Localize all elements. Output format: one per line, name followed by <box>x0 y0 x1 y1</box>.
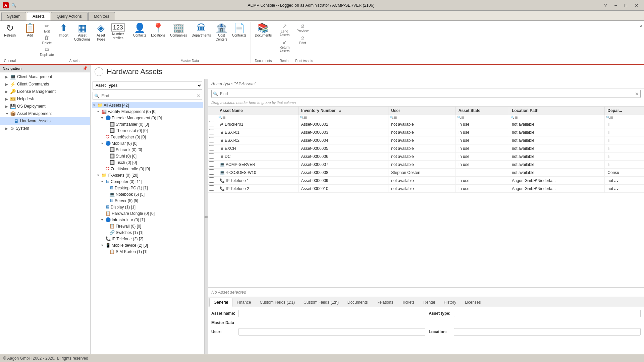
documents-button[interactable]: 📚 Documents <box>253 22 274 39</box>
col-inventory-number[interactable]: Inventory Number ▲ <box>298 107 388 115</box>
help-button[interactable]: ? <box>602 2 610 9</box>
import-button[interactable]: ⬆ Import <box>56 22 71 39</box>
tree-item-hardware-dongle[interactable]: 📋 Hardware Dongle (0) [0] <box>92 210 203 217</box>
duplicate-button[interactable]: ⧉ Duplicate <box>39 46 55 57</box>
tree-item-feuerlöscher[interactable]: 🛡 Feuerlöscher (0) [0] <box>92 134 203 140</box>
detail-tab-documents[interactable]: Documents <box>343 298 372 307</box>
detail-tab-general[interactable]: General <box>209 298 232 307</box>
tree-item-facility-mgmt[interactable]: ▼ 🏭 Facility Management (0) [0] <box>92 108 203 115</box>
table-row[interactable]: 💻ACMP-SERVER Asset-0000007 not available… <box>208 161 644 169</box>
row-checkbox[interactable] <box>209 121 214 126</box>
tree-item-switches[interactable]: 🔗 Switches (1) [1] <box>92 229 203 236</box>
asset-types-button[interactable]: ◈ Asset Types <box>93 22 109 43</box>
detail-tab-tickets[interactable]: Tickets <box>398 298 419 307</box>
back-button[interactable]: ← <box>95 67 103 76</box>
splitter[interactable]: ◀▶ <box>205 79 208 354</box>
tree-item-notebook[interactable]: 💻 Notebook (5) [5] <box>92 191 203 197</box>
detail-tab-finance[interactable]: Finance <box>232 298 256 307</box>
row-checkbox[interactable] <box>209 177 214 183</box>
edit-button[interactable]: ✏ Edit <box>39 22 55 34</box>
tab-monitors[interactable]: Monitors <box>88 12 115 20</box>
tree-item-schrank[interactable]: 🔲 Schrank (0) [0] <box>92 146 203 153</box>
tree-item-mobile-device[interactable]: ▼ 📱 Mobile device (2) [3] <box>92 242 203 248</box>
delete-button[interactable]: 🗑 Delete <box>39 34 55 46</box>
contracts-button[interactable]: 📄 Contracts <box>230 22 249 39</box>
asset-collections-button[interactable]: ▦ Asset Collections <box>72 22 93 43</box>
table-row[interactable]: 🖨Drucker01 Asset-0000002 not available I… <box>208 120 644 128</box>
tree-item-display[interactable]: 🖥 Display (1) [1] <box>92 204 203 210</box>
tree-item-firewall[interactable]: 📋 Firewall (0) [0] <box>92 223 203 229</box>
detail-tab-rental[interactable]: Rental <box>419 298 439 307</box>
sidebar-item-client-commands[interactable]: ▶ ⚡ Client Commands <box>0 80 90 88</box>
sidebar-item-license-management[interactable]: ▶ 🔑 License Management <box>0 88 90 95</box>
tree-item-stromzahler[interactable]: 🔲 Stromzähler (0) [0] <box>92 121 203 127</box>
tree-item-tisch[interactable]: 🔲 Tisch (0) [0] <box>92 159 203 166</box>
ribbon-collapse-button[interactable]: ∧ <box>638 22 644 29</box>
maximize-button[interactable]: □ <box>622 2 630 9</box>
tab-system[interactable]: System <box>1 12 26 20</box>
tree-item-desktop-pc[interactable]: 🖥 Desktop PC (1) [1] <box>92 185 203 191</box>
tree-item-it-assets[interactable]: ▼ 📁 IT-Assets (0) [20] <box>92 172 203 178</box>
locations-button[interactable]: 📍 Locations <box>149 22 167 39</box>
asset-types-select[interactable]: Asset Types <box>93 81 202 90</box>
tab-assets[interactable]: Assets <box>27 12 50 20</box>
row-checkbox[interactable] <box>209 185 214 191</box>
row-checkbox[interactable] <box>209 129 214 134</box>
row-checkbox[interactable] <box>209 145 214 150</box>
row-checkbox[interactable] <box>209 153 214 159</box>
return-assets-button[interactable]: ↙ Return Assets <box>278 38 291 54</box>
sidebar-item-system[interactable]: ▶ ⚙ System <box>0 125 90 132</box>
sidebar-item-client-management[interactable]: ▶ 💻 Client Management <box>0 73 90 80</box>
contacts-button[interactable]: 👤 Contacts <box>131 22 148 39</box>
sidebar-item-hardware-assets[interactable]: 🖥 Hardware Assets <box>0 117 90 125</box>
detail-tab-custom-fields-11[interactable]: Custom Fields (1:1) <box>255 298 299 307</box>
col-location-path[interactable]: Location Path <box>509 107 604 115</box>
detail-tab-custom-fields-1n[interactable]: Custom Fields (1:n) <box>299 298 343 307</box>
col-department[interactable]: Depar... <box>605 107 644 115</box>
table-row[interactable]: 📞IP Telefone 1 Asset-0000009 not availab… <box>208 177 644 185</box>
row-checkbox[interactable] <box>209 169 214 175</box>
tab-query-actions[interactable]: Query Actions <box>51 12 88 20</box>
col-asset-state[interactable]: Asset State <box>455 107 509 115</box>
sidebar-item-helpdesk[interactable]: ▶ 🎫 Helpdesk <box>0 95 90 103</box>
departments-button[interactable]: 🏛 Departments <box>190 22 213 39</box>
sidebar-item-asset-management[interactable]: ▼ 📦 Asset Management <box>0 110 90 117</box>
row-checkbox[interactable] <box>209 137 214 142</box>
col-user[interactable]: User <box>388 107 455 115</box>
tree-item-thermostat[interactable]: 🔲 Thermostat (0) [0] <box>92 127 203 134</box>
table-row[interactable]: 💻4-COSOES-W10 Asset-0000008 Stephan Oest… <box>208 169 644 177</box>
table-row[interactable]: 🖥ESXi-02 Asset-0000004 not available In … <box>208 136 644 144</box>
tree-item-energie-mgmt[interactable]: ▼ 🔵 Energie Management (0) [0] <box>92 115 203 121</box>
table-row[interactable]: 🖥DC Asset-0000006 not available In use n… <box>208 153 644 161</box>
detail-tab-relations[interactable]: Relations <box>372 298 398 307</box>
tree-item-mobiliar[interactable]: ▼ 🔵 Mobiliar (0) [0] <box>92 140 203 146</box>
close-button[interactable]: ✕ <box>632 2 641 9</box>
tree-item-computer[interactable]: ▼ 🖥 Computer (0) [11] <box>92 178 203 185</box>
add-button[interactable]: 📋 Add <box>22 22 38 39</box>
cost-centers-button[interactable]: 🏦 Cost Centers <box>214 22 229 43</box>
preview-button[interactable]: 🖨 Preview <box>295 22 310 34</box>
lend-assets-button[interactable]: ↗ Lend Assets <box>278 22 291 38</box>
tree-item-zutrittskontrolle[interactable]: 🛡 Zutrittskontrolle (0) [0] <box>92 166 203 172</box>
tree-search-input[interactable] <box>101 93 197 99</box>
number-profiles-button[interactable]: 123 Number profiles <box>109 22 127 42</box>
detail-tab-licenses[interactable]: Licenses <box>461 298 485 307</box>
minimize-button[interactable]: − <box>611 2 620 9</box>
sidebar-item-os-deployment[interactable]: ▶ 💾 OS Deployment <box>0 103 90 110</box>
tree-search-clear[interactable]: ✕ <box>197 93 201 99</box>
col-asset-name[interactable]: Asset Name <box>217 107 299 115</box>
tree-item-server[interactable]: 🖥 Server (5) [5] <box>92 197 203 204</box>
table-row[interactable]: 📞IP Telefone 2 Asset-0000010 not availab… <box>208 185 644 193</box>
tree-item-infrastruktur[interactable]: ▼ 🔵 Infrastruktur (0) [1] <box>92 217 203 223</box>
print-button[interactable]: 🖨 Print <box>295 34 310 46</box>
table-row[interactable]: 🖥ESXi-01 Asset-0000003 not available In … <box>208 128 644 136</box>
tree-item-all-assets[interactable]: ▼ 📁 All Assets [42] <box>92 102 203 108</box>
grid-search-input[interactable] <box>219 91 635 97</box>
detail-tab-history[interactable]: History <box>439 298 461 307</box>
tree-item-sim-karten[interactable]: 📋 SIM Karten (1) [1] <box>92 248 203 255</box>
companies-button[interactable]: 🏢 Companies <box>168 22 189 39</box>
grid-search-clear[interactable]: ✕ <box>635 91 639 97</box>
refresh-button[interactable]: ↻ Refresh <box>2 22 18 39</box>
table-row[interactable]: 🖥EXCH Asset-0000005 not available In use… <box>208 144 644 153</box>
tree-item-ip-telefon[interactable]: 📞 IP Telefone (2) [2] <box>92 236 203 242</box>
